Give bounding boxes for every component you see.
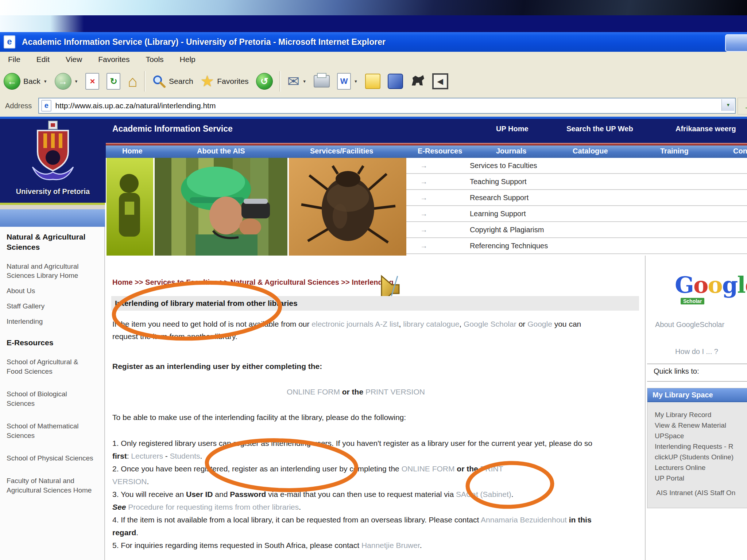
sidebar-link[interactable]: Natural and Agricultural Sciences Librar… [7, 262, 96, 280]
history-icon: ↺ [256, 73, 273, 90]
back-dropdown-icon[interactable]: ▼ [43, 79, 47, 83]
nav-catalogue[interactable]: Catalogue [573, 147, 608, 155]
dropdown-menu-item[interactable]: →Teaching Support [406, 174, 747, 190]
sidebar-school-link[interactable]: School of Mathematical Sciences [7, 421, 93, 440]
library-space-link[interactable]: View & Renew Material [655, 420, 747, 431]
how-do-i-link[interactable]: How do I ... ? [646, 347, 747, 356]
nav-services-facilities[interactable]: Services/Facilities [310, 147, 373, 155]
dropdown-menu-item[interactable]: →Referencing Techniques [406, 238, 747, 254]
print-button[interactable] [310, 69, 333, 93]
services-dropdown-menu: →Services to Faculties→Teaching Support→… [406, 158, 747, 271]
inline-link[interactable]: Google [527, 320, 552, 328]
google-scholar-logo[interactable]: Google [675, 272, 747, 298]
inline-link[interactable]: Annamaria Bezuidenhout [481, 516, 567, 524]
inline-link[interactable]: PRINT VERSION [365, 388, 425, 396]
inline-link[interactable]: ONLINE FORM [402, 464, 455, 473]
nav-home[interactable]: Home [122, 147, 143, 155]
toolbar-separator [279, 71, 281, 92]
messenger-button[interactable] [384, 69, 407, 93]
back-label: Back [23, 77, 40, 86]
nav-training[interactable]: Training [660, 147, 689, 155]
banner-link-up-home[interactable]: UP Home [496, 125, 529, 133]
banner-link-search-up-web[interactable]: Search the UP Web [566, 125, 633, 133]
library-space-link[interactable]: UP Portal [655, 473, 747, 483]
inline-link[interactable]: VERSION [112, 477, 147, 486]
sidebar-toggle-button[interactable]: ◀ [429, 69, 452, 93]
inline-link[interactable]: PRINT [480, 464, 503, 473]
favorites-button[interactable]: ★ Favorites [197, 69, 252, 93]
address-dropdown-icon[interactable]: ▼ [721, 99, 734, 111]
inline-link[interactable]: library catalogue [403, 320, 459, 328]
edit-dropdown-icon[interactable]: ▼ [354, 79, 358, 83]
dropdown-menu-item[interactable]: →Research Support [406, 190, 747, 206]
inline-link[interactable]: Hannetjie Bruwer [361, 541, 420, 549]
sidebar-school-link[interactable]: School of Biological Sciences [7, 389, 93, 408]
sidebar-link[interactable]: Interlending [7, 317, 96, 326]
inline-link[interactable]: SACat (Sabinet) [456, 490, 511, 498]
library-space-link[interactable]: Interlending Requests - R [655, 441, 747, 452]
dropdown-menu-item[interactable]: →Learning Support [406, 206, 747, 222]
text-segment: . [420, 541, 422, 549]
back-button[interactable]: ← Back ▼ [0, 69, 51, 93]
address-input[interactable]: e http://www.ais.up.ac.za/natural/interl… [38, 98, 736, 114]
sidebar-link[interactable]: About Us [7, 286, 96, 295]
photo-binoculars-person [155, 158, 287, 256]
research-button[interactable] [407, 69, 429, 93]
mail-button[interactable]: ✉ ▼ [284, 69, 310, 93]
refresh-button[interactable]: ↻ [103, 69, 124, 93]
library-space-link-label: Interlending Requests - R [655, 443, 733, 450]
inline-link[interactable]: Students [170, 452, 200, 460]
inline-link[interactable]: electronic journals A-Z list [311, 320, 399, 328]
inline-link[interactable]: Natural & Agricultural Sciences [231, 278, 339, 286]
library-space-link[interactable]: UPSpace [655, 431, 747, 441]
nav-e-resources[interactable]: E-Resources [418, 147, 462, 155]
sidebar-school-links: School of Agricultural & Food SciencesSc… [7, 357, 104, 495]
inline-link[interactable]: Lecturers [131, 452, 163, 460]
text-segment: User ID [186, 490, 213, 498]
nav-about-the-ais[interactable]: About the AIS [197, 147, 245, 155]
inline-link[interactable]: ONLINE FORM [287, 388, 340, 396]
menubar-item[interactable]: File [0, 52, 28, 64]
home-button[interactable]: ⌂ [124, 69, 141, 93]
edit-with-word-button[interactable]: W ▼ [333, 69, 361, 93]
sidebar-link[interactable]: Staff Gallery [7, 302, 96, 311]
menubar-item[interactable]: Edit [28, 52, 58, 64]
inline-link[interactable]: Procedure for requesting items from othe… [128, 503, 299, 511]
menubar-item[interactable]: View [58, 52, 90, 64]
sidebar-school-link[interactable]: Faculty of Natural and Agricultural Scie… [7, 476, 93, 495]
banner-link-afrikaans[interactable]: Afrikaanse weerg [676, 125, 736, 133]
library-space-link[interactable]: My Library Record [655, 409, 747, 420]
forward-dropdown-icon[interactable]: ▼ [74, 79, 78, 83]
my-library-space-header: My Library Space [647, 388, 747, 402]
stop-button[interactable]: × [82, 69, 103, 93]
inline-link[interactable]: Home [112, 278, 133, 286]
menubar-item[interactable]: Tools [138, 52, 172, 64]
dropdown-menu-item[interactable]: →Services to Faculties [406, 158, 747, 174]
menubar-item[interactable]: Favorites [90, 52, 138, 64]
ais-intranet-link[interactable]: AIS Intranet (AIS Staff On [656, 489, 747, 497]
library-space-link[interactable]: clickUP (Students Online) [655, 452, 747, 462]
text-segment: , [399, 320, 403, 328]
library-space-link[interactable]: Lecturers Online [655, 462, 747, 473]
dropdown-menu-item[interactable]: →Copyright & Plagiarism [406, 222, 747, 238]
menubar-item[interactable]: Help [172, 52, 204, 64]
discuss-button[interactable] [361, 69, 384, 93]
text-segment: 3. You will receive an [112, 490, 186, 498]
sidebar-school-link[interactable]: School of Physical Sciences [7, 454, 93, 463]
text-segment: If the item you need to get hold of is n… [112, 320, 311, 328]
window-titlebar[interactable]: e Academic Information Service (Library)… [0, 32, 747, 52]
sidebar-school-link[interactable]: School of Agricultural & Food Sciences [7, 357, 93, 376]
nav-journals[interactable]: Journals [496, 147, 526, 155]
logo-letter: o [708, 272, 722, 298]
about-google-scholar-link[interactable]: About GoogleScholar [655, 320, 724, 329]
history-button[interactable]: ↺ [252, 69, 276, 93]
forward-button[interactable]: → ▼ [51, 69, 82, 93]
go-button[interactable]: → [738, 98, 747, 114]
nav-contact[interactable]: Cont [733, 147, 747, 155]
mail-dropdown-icon[interactable]: ▼ [302, 79, 306, 83]
search-button[interactable]: Search [148, 69, 197, 93]
minimize-button[interactable] [725, 34, 747, 52]
site-navbar: Home About the AIS Services/Facilities E… [105, 145, 747, 158]
inline-link[interactable]: Google Scholar [464, 320, 516, 328]
inline-link[interactable]: Services to Faculties [145, 278, 218, 286]
